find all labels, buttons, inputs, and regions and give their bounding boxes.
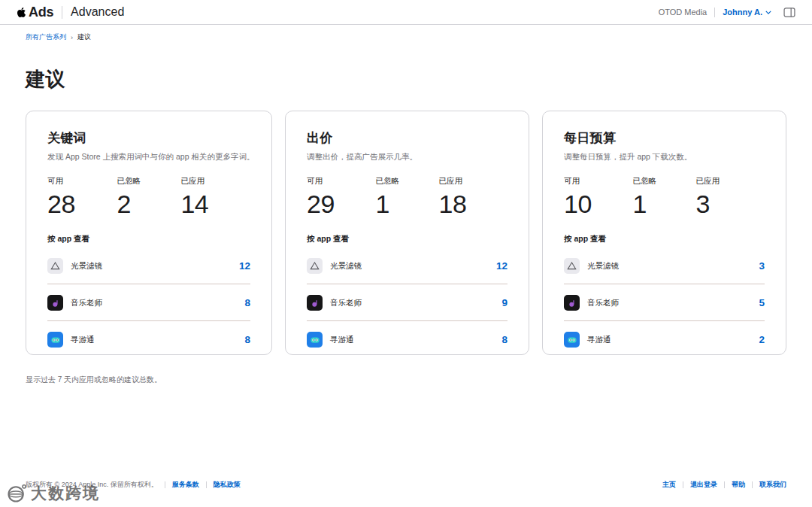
- prism-app-icon: [564, 258, 580, 274]
- by-app-label: 按 app 查看: [564, 234, 765, 244]
- app-row[interactable]: 光景滤镜 12: [47, 247, 250, 284]
- footer-link-contact[interactable]: 联系我们: [759, 480, 786, 490]
- apple-logo-icon: [17, 7, 26, 18]
- app-row[interactable]: 音乐老师 9: [307, 284, 508, 321]
- footer-divider: [206, 481, 207, 488]
- prism-app-icon: [307, 258, 323, 274]
- breadcrumb-current: 建议: [77, 32, 91, 42]
- page-title: 建议: [0, 42, 812, 93]
- goggles-app-icon: [307, 332, 323, 348]
- top-nav: Ads Advanced OTOD Media Johnny A.: [0, 0, 812, 25]
- org-name: OTOD Media: [659, 8, 707, 17]
- sidebar-icon: [783, 8, 795, 17]
- stat-dismissed: 已忽略 2: [117, 176, 181, 219]
- footnote: 显示过去 7 天内应用或忽略的建议总数。: [0, 355, 812, 385]
- footer-left: 版权所有 © 2024 Apple Inc. 保留所有权利。 服务条款 隐私政策: [26, 480, 241, 490]
- app-row[interactable]: 寻游通 2: [564, 321, 765, 357]
- footer-link-home[interactable]: 主页: [662, 480, 676, 490]
- app-name: 寻游通: [587, 335, 611, 345]
- footer-divider: [752, 481, 753, 488]
- stat-dismissed: 已忽略 1: [376, 176, 439, 219]
- app-name: 光景滤镜: [587, 261, 619, 272]
- footer: 版权所有 © 2024 Apple Inc. 保留所有权利。 服务条款 隐私政策…: [0, 480, 812, 490]
- footer-link-help[interactable]: 帮助: [732, 480, 745, 490]
- stat-applied: 已应用 3: [695, 176, 765, 219]
- breadcrumb-separator: ›: [71, 34, 73, 41]
- app-name: 寻游通: [71, 335, 95, 345]
- card-daily-budget: 每日预算 调整每日预算，提升 app 下载次数。 可用 10 已忽略 1 已应用…: [542, 111, 786, 355]
- app-count: 12: [239, 260, 250, 272]
- footer-link-signout[interactable]: 退出登录: [690, 480, 717, 490]
- card-keywords: 关键词 发现 App Store 上搜索用词中与你的 app 相关的更多字词。 …: [26, 111, 272, 355]
- goggles-app-icon: [564, 332, 580, 348]
- breadcrumb: 所有广告系列 › 建议: [0, 25, 812, 42]
- stat-available: 可用 29: [307, 176, 376, 219]
- music-note-app-icon: [307, 295, 323, 311]
- app-count: 8: [244, 334, 250, 345]
- stat-available: 可用 10: [564, 176, 633, 219]
- prism-app-icon: [47, 258, 63, 274]
- card-subtitle: 调整每日预算，提升 app 下载次数。: [564, 152, 765, 162]
- stats-row: 可用 29 已忽略 1 已应用 18: [307, 176, 508, 219]
- app-row[interactable]: 寻游通 8: [307, 321, 508, 357]
- breadcrumb-all-campaigns[interactable]: 所有广告系列: [26, 32, 66, 42]
- app-count: 8: [244, 297, 250, 308]
- app-name: 光景滤镜: [330, 261, 362, 272]
- card-bids: 出价 调整出价，提高广告展示几率。 可用 29 已忽略 1 已应用 18 按 a…: [285, 111, 529, 355]
- product-name: Advanced: [71, 5, 124, 19]
- app-count: 2: [759, 334, 765, 345]
- stat-applied: 已应用 14: [180, 176, 250, 219]
- card-title: 每日预算: [564, 129, 765, 147]
- app-count: 9: [501, 297, 508, 308]
- app-count: 5: [759, 297, 765, 308]
- app-name: 音乐老师: [587, 298, 619, 308]
- card-subtitle: 发现 App Store 上搜索用词中与你的 app 相关的更多字词。: [47, 152, 250, 162]
- copyright: 版权所有 © 2024 Apple Inc. 保留所有权利。: [26, 480, 158, 490]
- card-title: 关键词: [47, 129, 250, 147]
- app-count: 12: [496, 260, 508, 272]
- app-name: 寻游通: [330, 335, 354, 345]
- stat-available: 可用 28: [47, 176, 117, 219]
- recommendation-cards: 关键词 发现 App Store 上搜索用词中与你的 app 相关的更多字词。 …: [0, 93, 812, 355]
- app-row[interactable]: 光景滤镜 3: [564, 247, 765, 284]
- app-list: 光景滤镜 12 音乐老师 9 寻游通 8: [307, 247, 508, 357]
- chevron-down-icon: [765, 11, 771, 14]
- brand[interactable]: Ads Advanced: [17, 5, 124, 20]
- footer-right: 主页 退出登录 帮助 联系我们: [662, 480, 786, 490]
- brand-name: Ads: [29, 5, 53, 20]
- footer-divider: [165, 481, 165, 488]
- app-row[interactable]: 音乐老师 8: [47, 284, 250, 321]
- footer-link-terms[interactable]: 服务条款: [172, 480, 199, 490]
- app-name: 光景滤镜: [71, 261, 102, 272]
- by-app-label: 按 app 查看: [47, 234, 250, 244]
- app-list: 光景滤镜 3 音乐老师 5 寻游通 2: [564, 247, 765, 357]
- music-note-app-icon: [47, 295, 63, 311]
- footer-link-privacy[interactable]: 隐私政策: [214, 480, 241, 490]
- stats-row: 可用 10 已忽略 1 已应用 3: [564, 176, 765, 219]
- user-name: Johnny A.: [723, 8, 762, 17]
- goggles-app-icon: [47, 332, 63, 348]
- app-row[interactable]: 光景滤镜 12: [307, 247, 508, 284]
- by-app-label: 按 app 查看: [307, 234, 508, 244]
- app-count: 8: [501, 334, 508, 345]
- nav-right: OTOD Media Johnny A.: [659, 8, 795, 17]
- stats-row: 可用 28 已忽略 2 已应用 14: [47, 176, 250, 219]
- side-panel-button[interactable]: [783, 8, 795, 17]
- brand-divider: [62, 6, 62, 19]
- music-note-app-icon: [564, 295, 580, 311]
- app-row[interactable]: 寻游通 8: [47, 321, 250, 357]
- stat-applied: 已应用 18: [438, 176, 508, 219]
- card-title: 出价: [307, 129, 508, 147]
- app-list: 光景滤镜 12 音乐老师 8 寻游通 8: [47, 247, 250, 357]
- user-menu[interactable]: Johnny A.: [723, 8, 771, 17]
- nav-divider: [714, 8, 715, 17]
- app-count: 3: [759, 260, 765, 272]
- app-name: 音乐老师: [71, 298, 102, 308]
- app-name: 音乐老师: [330, 298, 362, 308]
- footer-divider: [683, 481, 683, 488]
- stat-dismissed: 已忽略 1: [633, 176, 696, 219]
- card-subtitle: 调整出价，提高广告展示几率。: [307, 152, 508, 162]
- app-row[interactable]: 音乐老师 5: [564, 284, 765, 321]
- footer-divider: [724, 481, 725, 488]
